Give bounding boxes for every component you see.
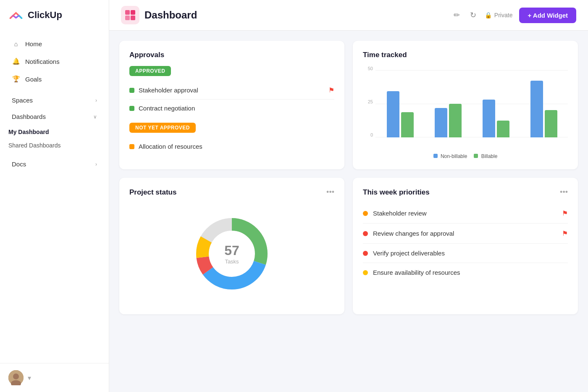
sidebar-item-notifications[interactable]: 🔔 Notifications (3, 53, 105, 70)
bar-group-1 (387, 91, 414, 137)
priority-flag-icon: ⚑ (562, 229, 568, 237)
chevron-right-icon-docs: › (95, 161, 97, 167)
trophy-icon: 🏆 (12, 75, 20, 83)
sidebar-item-my-dashboard-label: My Dashboard (8, 129, 49, 135)
priorities-more-button[interactable]: ••• (560, 188, 568, 197)
avatar[interactable] (8, 370, 24, 385)
approval-item-text: Stakeholder approval (139, 87, 324, 94)
project-status-title: Project status (129, 188, 176, 197)
sidebar-item-goals[interactable]: 🏆 Goals (3, 71, 105, 87)
y-label-50: 50 (368, 66, 373, 71)
approvals-title: Approvals (129, 51, 334, 59)
sidebar-item-shared-dashboards[interactable]: Shared Dashboards (0, 139, 109, 152)
sidebar-item-home[interactable]: ⌂ Home (3, 35, 105, 52)
sidebar-item-docs-label: Docs (12, 160, 26, 168)
sidebar-item-docs[interactable]: Docs › (3, 156, 105, 172)
logo-text: ClickUp (28, 10, 62, 21)
priorities-title: This week priorities (363, 188, 430, 197)
bar-group-2 (435, 104, 462, 137)
donut-chart-container: 57 Tasks (129, 203, 334, 304)
lock-icon: 🔒 (485, 12, 492, 18)
approved-badge: APPROVED (129, 66, 171, 76)
page-title: Dashboard (144, 9, 447, 21)
donut-label: Tasks (224, 258, 239, 265)
chart-container: 50 25 0 (363, 66, 568, 150)
bell-icon: 🔔 (12, 57, 20, 66)
bar-green (497, 121, 509, 137)
sidebar-item-notifications-label: Notifications (25, 58, 60, 65)
svg-rect-5 (125, 16, 130, 20)
donut-chart: 57 Tasks (190, 212, 274, 296)
more-options-button[interactable]: ••• (326, 188, 334, 197)
bar-green (545, 110, 557, 137)
priority-dot-orange (363, 211, 368, 216)
pending-items-list: Allocation of resources (129, 138, 334, 155)
priority-item-text: Review changes for approval (373, 230, 557, 237)
donut-center: 57 Tasks (224, 243, 239, 265)
sidebar-item-shared-dashboards-label: Shared Dashboards (8, 142, 61, 149)
sidebar-bottom: ▾ (0, 363, 109, 392)
svg-point-1 (13, 374, 19, 379)
header: Dashboard ✏ ↻ 🔒 Private + Add Widget (109, 0, 588, 31)
priorities-card: This week priorities ••• Stakeholder rev… (353, 178, 578, 314)
y-axis-labels: 50 25 0 (363, 66, 375, 137)
priorities-list: Stakeholder review ⚑ Review changes for … (363, 203, 568, 282)
grid-icon (124, 9, 136, 21)
list-item: Contract negotiation (129, 100, 334, 117)
sidebar-item-dashboards-label: Dashboards (12, 113, 46, 120)
priority-dot-yellow (363, 270, 368, 275)
dashboard-content: Approvals APPROVED Stakeholder approval … (109, 31, 588, 392)
list-item: Ensure availability of resources (363, 263, 568, 282)
legend-billable: Billable (474, 153, 497, 159)
clickup-logo-icon (8, 8, 24, 23)
approvals-card: Approvals APPROVED Stakeholder approval … (119, 41, 344, 169)
y-label-0: 0 (370, 132, 373, 137)
dashboard-header-icon (121, 6, 139, 24)
bar-blue (530, 81, 543, 137)
chart-legend: Non-billable Billable (363, 153, 568, 159)
approved-items-list: Stakeholder approval ⚑ Contract negotiat… (129, 81, 334, 117)
sidebar-item-my-dashboard[interactable]: My Dashboard (0, 125, 109, 139)
priority-dot-red-2 (363, 251, 368, 256)
bar-blue (435, 108, 447, 137)
flag-icon: ⚑ (328, 86, 334, 94)
sidebar: ClickUp ⌂ Home 🔔 Notifications 🏆 Goals S… (0, 0, 109, 392)
legend-dot-blue (433, 154, 438, 158)
bar-groups (376, 66, 568, 137)
legend-non-billable: Non-billable (433, 153, 467, 159)
legend-dot-green (474, 154, 478, 158)
list-item: Stakeholder approval ⚑ (129, 81, 334, 100)
priority-flag-icon: ⚑ (562, 209, 568, 217)
green-dot (129, 88, 134, 93)
visibility-label: Private (494, 12, 513, 18)
pending-item-text: Allocation of resources (139, 143, 334, 150)
list-item: Allocation of resources (129, 138, 334, 155)
donut-number: 57 (224, 243, 239, 258)
svg-rect-6 (131, 16, 135, 20)
sidebar-item-home-label: Home (25, 40, 42, 47)
bar-group-4 (530, 81, 557, 137)
priority-item-text: Verify project deliverables (373, 250, 568, 257)
bar-blue (483, 100, 495, 137)
project-status-header: Project status ••• (129, 188, 334, 197)
refresh-button[interactable]: ↻ (468, 9, 478, 21)
add-widget-button[interactable]: + Add Widget (519, 8, 576, 23)
visibility-indicator: 🔒 Private (485, 12, 513, 18)
sidebar-item-spaces[interactable]: Spaces › (3, 92, 105, 108)
sidebar-nav: ⌂ Home 🔔 Notifications 🏆 Goals Spaces › … (0, 30, 109, 363)
legend-non-billable-label: Non-billable (441, 153, 467, 159)
bar-blue (387, 91, 399, 137)
chevron-down-user-icon[interactable]: ▾ (28, 374, 31, 382)
list-item: Verify project deliverables (363, 244, 568, 263)
sidebar-item-dashboards[interactable]: Dashboards ∨ (3, 109, 105, 124)
edit-button[interactable]: ✏ (452, 9, 462, 21)
logo: ClickUp (0, 0, 109, 30)
approval-item-text-2: Contract negotiation (139, 105, 334, 112)
green-dot-2 (129, 106, 134, 111)
chevron-down-icon: ∨ (93, 114, 97, 120)
list-item: Review changes for approval ⚑ (363, 224, 568, 244)
time-tracked-card: Time tracked 50 25 0 (353, 41, 578, 169)
bar-green (401, 112, 414, 137)
orange-dot (129, 144, 134, 149)
sidebar-item-spaces-label: Spaces (12, 97, 33, 104)
